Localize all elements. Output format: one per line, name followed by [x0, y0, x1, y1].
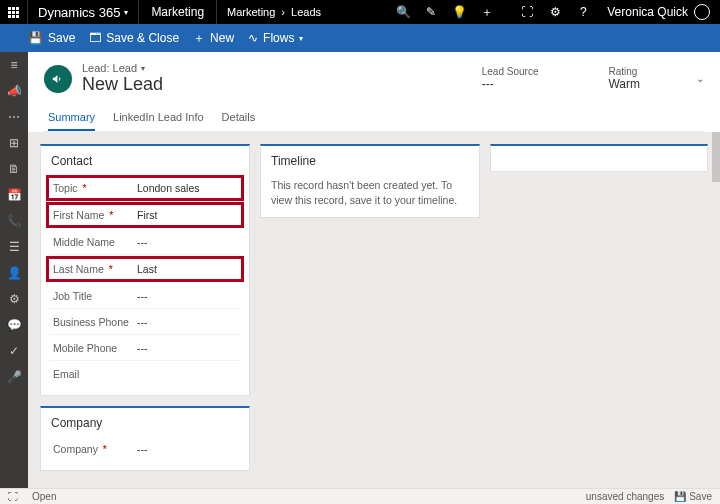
calendar-icon[interactable]: 📅: [7, 188, 21, 202]
chat-icon[interactable]: 💬: [7, 318, 21, 332]
chevron-down-icon: ▾: [124, 8, 128, 17]
field-row[interactable]: First Name *First: [46, 202, 244, 228]
popout-icon[interactable]: ⛶: [8, 491, 18, 502]
list-icon[interactable]: ☰: [7, 240, 21, 254]
related-card: [490, 144, 708, 172]
card-title: Company: [41, 408, 249, 436]
settings-icon[interactable]: ⚙: [541, 0, 569, 24]
status-unsaved: unsaved changes: [586, 491, 664, 502]
field-label: Job Title: [49, 290, 135, 302]
card-title: Timeline: [261, 146, 479, 174]
field-row[interactable]: Job Title---: [49, 283, 241, 309]
required-icon: *: [100, 443, 107, 455]
field-label: Mobile Phone: [49, 342, 135, 354]
field-row[interactable]: Email: [49, 361, 241, 387]
field-label: Topic *: [49, 182, 135, 194]
header-field-rating[interactable]: Rating Warm: [608, 66, 640, 91]
field-label: Middle Name: [49, 236, 135, 248]
company-card: Company Company *---: [40, 406, 250, 471]
tabs: Summary LinkedIn Lead Info Details: [44, 105, 704, 132]
page-icon[interactable]: 🗎: [7, 162, 21, 176]
save-close-button[interactable]: 🗔 Save & Close: [89, 31, 179, 45]
required-icon: *: [80, 182, 87, 194]
field-label: First Name *: [49, 209, 135, 221]
status-open: Open: [32, 491, 56, 502]
field-value[interactable]: ---: [135, 443, 241, 455]
grid-icon[interactable]: ⊞: [7, 136, 21, 150]
brand-label: Dynamics 365: [38, 5, 120, 20]
field-label: Last Name *: [49, 263, 135, 275]
flows-button[interactable]: ∿ Flows ▾: [248, 31, 303, 45]
user-menu[interactable]: Veronica Quick: [597, 4, 720, 20]
required-icon: *: [106, 209, 113, 221]
person-icon[interactable]: 👤: [7, 266, 21, 280]
timeline-card: Timeline This record hasn't been created…: [260, 144, 480, 218]
filter-icon[interactable]: ⛶: [513, 0, 541, 24]
assistant-icon[interactable]: 💡: [445, 0, 473, 24]
area-label[interactable]: Marketing: [139, 0, 217, 24]
gear-icon[interactable]: ⚙: [7, 292, 21, 306]
waffle-icon: [8, 7, 19, 18]
more-icon[interactable]: ⋯: [7, 110, 21, 124]
field-row[interactable]: Company *---: [49, 436, 241, 462]
plus-icon: ＋: [193, 30, 205, 47]
field-value[interactable]: ---: [135, 290, 241, 302]
field-label: Email: [49, 368, 135, 380]
entity-name: New Lead: [82, 74, 342, 95]
flow-icon: ∿: [248, 31, 258, 45]
user-name: Veronica Quick: [607, 5, 688, 19]
field-row[interactable]: Topic *London sales: [46, 175, 244, 201]
breadcrumb: Marketing › Leads: [217, 6, 331, 18]
add-icon[interactable]: ＋: [473, 0, 501, 24]
field-row[interactable]: Mobile Phone---: [49, 335, 241, 361]
field-value[interactable]: Last: [135, 263, 241, 275]
field-value[interactable]: ---: [135, 342, 241, 354]
phone-icon[interactable]: 📞: [7, 214, 21, 228]
tab-summary[interactable]: Summary: [48, 105, 95, 131]
status-save-button[interactable]: 💾 Save: [674, 491, 712, 502]
entity-badge: [44, 65, 72, 93]
app-launcher[interactable]: [0, 0, 28, 24]
field-row[interactable]: Middle Name---: [49, 229, 241, 255]
announce-icon[interactable]: 📣: [7, 84, 21, 98]
field-value[interactable]: London sales: [135, 182, 241, 194]
brand-menu[interactable]: Dynamics 365 ▾: [28, 0, 139, 24]
new-button[interactable]: ＋ New: [193, 30, 234, 47]
breadcrumb-sep: ›: [281, 6, 285, 18]
required-icon: *: [106, 263, 113, 275]
timeline-message: This record hasn't been created yet. To …: [261, 174, 479, 217]
tab-linkedin[interactable]: LinkedIn Lead Info: [113, 105, 204, 131]
sidebar-nav: ≡ 📣 ⋯ ⊞ 🗎 📅 📞 ☰ 👤 ⚙ 💬 ✓ 🎤: [0, 52, 28, 488]
contact-card: Contact Topic *London salesFirst Name *F…: [40, 144, 250, 396]
search-icon[interactable]: 🔍: [389, 0, 417, 24]
mic-icon[interactable]: 🎤: [7, 370, 21, 384]
field-label: Company *: [49, 443, 135, 455]
field-value[interactable]: ---: [135, 236, 241, 248]
field-label: Business Phone: [49, 316, 135, 328]
breadcrumb-item[interactable]: Marketing: [227, 6, 275, 18]
entity-type[interactable]: Lead: Lead ▾: [82, 62, 342, 74]
task-icon[interactable]: ✓: [7, 344, 21, 358]
task-icon[interactable]: ✎: [417, 0, 445, 24]
save-button[interactable]: 💾 Save: [28, 31, 75, 45]
chevron-down-icon: ▾: [299, 34, 303, 43]
help-icon[interactable]: ?: [569, 0, 597, 24]
user-avatar-icon: [694, 4, 710, 20]
save-icon: 💾: [28, 31, 43, 45]
field-row[interactable]: Business Phone---: [49, 309, 241, 335]
save-icon: 💾: [674, 491, 686, 502]
expand-header-icon[interactable]: ⌄: [696, 73, 704, 84]
tab-details[interactable]: Details: [222, 105, 256, 131]
scrollbar[interactable]: [712, 132, 720, 182]
field-row[interactable]: Last Name *Last: [46, 256, 244, 282]
save-close-icon: 🗔: [89, 31, 101, 45]
megaphone-icon: [51, 72, 65, 86]
status-bar: ⛶ Open unsaved changes 💾 Save: [0, 488, 720, 504]
card-title: Contact: [41, 146, 249, 174]
field-value[interactable]: First: [135, 209, 241, 221]
field-value[interactable]: ---: [135, 316, 241, 328]
menu-icon[interactable]: ≡: [7, 58, 21, 72]
header-field-lead-source[interactable]: Lead Source ---: [482, 66, 539, 91]
chevron-down-icon: ▾: [141, 64, 145, 73]
breadcrumb-item[interactable]: Leads: [291, 6, 321, 18]
